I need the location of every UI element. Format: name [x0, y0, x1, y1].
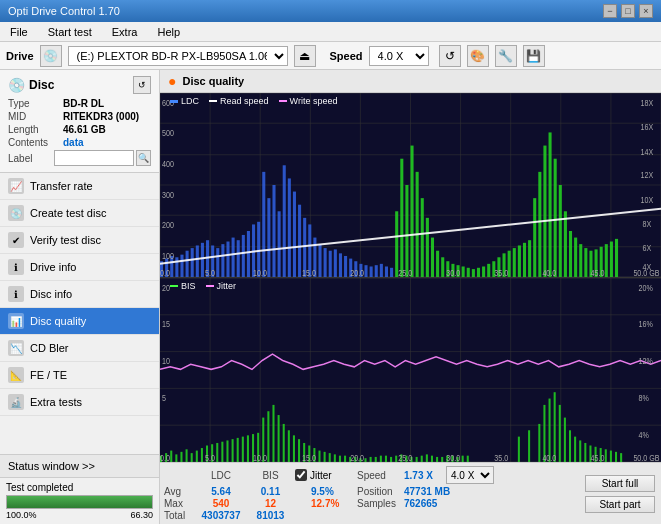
svg-rect-209	[462, 456, 464, 462]
start-full-button[interactable]: Start full	[585, 475, 655, 492]
sidebar-item-disc-info[interactable]: ℹ Disc info	[0, 281, 159, 308]
svg-text:12X: 12X	[641, 171, 654, 181]
svg-text:500: 500	[162, 129, 174, 139]
svg-rect-59	[364, 265, 367, 277]
svg-rect-66	[400, 159, 403, 277]
drive-select[interactable]: (E:) PLEXTOR BD-R PX-LB950SA 1.06	[68, 46, 288, 66]
legend-bis: BIS	[170, 281, 196, 291]
svg-rect-174	[283, 424, 285, 462]
disc-contents-value: data	[63, 137, 84, 148]
label-search-button[interactable]: 🔍	[136, 150, 151, 166]
sidebar-label-disc-info: Disc info	[30, 288, 72, 300]
svg-text:15.0: 15.0	[302, 268, 316, 277]
svg-rect-217	[559, 405, 561, 462]
svg-rect-221	[579, 440, 581, 462]
menu-help[interactable]: Help	[151, 24, 186, 40]
svg-rect-222	[584, 443, 586, 462]
svg-rect-152	[170, 451, 172, 462]
svg-rect-24	[186, 251, 189, 277]
svg-rect-94	[543, 146, 546, 277]
main-content: 💿 Disc ↺ Type BD-R DL MID RITEKDR3 (000)…	[0, 70, 661, 524]
svg-rect-184	[334, 454, 336, 462]
disc-contents-label: Contents	[8, 137, 63, 148]
stats-avg-ldc: 5.64	[196, 486, 246, 497]
stats-max-bis: 12	[248, 498, 293, 509]
cd-bler-icon: 📉	[8, 340, 24, 356]
refresh-button[interactable]: ↺	[439, 45, 461, 67]
charts-container: LDC Read speed Write speed	[160, 93, 661, 462]
title-bar: Opti Drive Control 1.70 − □ ×	[0, 0, 661, 22]
nav-items: 📈 Transfer rate 💿 Create test disc ✔ Ver…	[0, 173, 159, 454]
svg-rect-74	[441, 257, 444, 277]
sidebar-item-transfer-rate[interactable]: 📈 Transfer rate	[0, 173, 159, 200]
stats-total-row: Total 4303737 81013	[164, 510, 575, 521]
disc-refresh-button[interactable]: ↺	[133, 76, 151, 94]
svg-rect-60	[370, 266, 373, 277]
chart-ldc: LDC Read speed Write speed	[160, 93, 661, 278]
stats-max-jitter: 12.7%	[295, 498, 355, 509]
stats-header-row: LDC BIS Jitter Speed 1.73 X 4.0 X	[164, 466, 575, 484]
svg-rect-25	[191, 248, 194, 277]
svg-rect-34	[237, 240, 240, 277]
menu-extra[interactable]: Extra	[106, 24, 144, 40]
svg-rect-53	[334, 249, 337, 277]
svg-rect-175	[288, 430, 290, 462]
status-window-button[interactable]: Status window >>	[0, 454, 159, 478]
svg-text:5.0: 5.0	[205, 453, 215, 462]
sidebar-item-fe-te[interactable]: 📐 FE / TE	[0, 362, 159, 389]
svg-rect-97	[559, 185, 562, 277]
svg-rect-31	[221, 244, 224, 277]
svg-rect-92	[533, 198, 536, 277]
stats-avg-row: Avg 5.64 0.11 9.5% Position 47731 MB	[164, 486, 575, 497]
settings-button2[interactable]: 🔧	[495, 45, 517, 67]
disc-quality-header: ● Disc quality	[160, 70, 661, 93]
svg-rect-183	[329, 453, 331, 462]
svg-text:0.0: 0.0	[160, 453, 170, 462]
maximize-button[interactable]: □	[621, 4, 635, 18]
disc-label-input[interactable]	[54, 150, 134, 166]
drive-icon: 💿	[40, 45, 62, 67]
svg-rect-202	[426, 454, 428, 462]
save-button[interactable]: 💾	[523, 45, 545, 67]
disc-quality-icon: 📊	[8, 313, 24, 329]
svg-text:35.0: 35.0	[494, 453, 508, 462]
sidebar-label-transfer-rate: Transfer rate	[30, 180, 93, 192]
svg-rect-30	[216, 248, 219, 277]
chart-bis: BIS Jitter	[160, 278, 661, 462]
svg-rect-98	[564, 211, 567, 277]
svg-rect-33	[232, 238, 235, 277]
sidebar-item-cd-bler[interactable]: 📉 CD Bler	[0, 335, 159, 362]
svg-text:4%: 4%	[639, 430, 649, 440]
speed-select-drive[interactable]: 4.0 X	[369, 46, 429, 66]
sidebar-item-verify-test-disc[interactable]: ✔ Verify test disc	[0, 227, 159, 254]
ldc-legend-label: LDC	[181, 96, 199, 106]
svg-rect-83	[487, 264, 490, 277]
svg-rect-46	[298, 205, 301, 277]
svg-rect-22	[175, 257, 178, 277]
stats-speed-select[interactable]: 4.0 X	[446, 466, 494, 484]
settings-button1[interactable]: 🎨	[467, 45, 489, 67]
start-part-button[interactable]: Start part	[585, 496, 655, 513]
sidebar-item-extra-tests[interactable]: 🔬 Extra tests	[0, 389, 159, 416]
sidebar-item-drive-info[interactable]: ℹ Drive info	[0, 254, 159, 281]
svg-rect-36	[247, 231, 250, 277]
svg-text:5.0: 5.0	[205, 268, 215, 277]
eject-button[interactable]: ⏏	[294, 45, 316, 67]
svg-text:100: 100	[162, 251, 174, 261]
menu-start-test[interactable]: Start test	[42, 24, 98, 40]
svg-text:8%: 8%	[639, 393, 649, 403]
progress-area: Test completed 100.0% 66.30	[0, 478, 159, 524]
minimize-button[interactable]: −	[603, 4, 617, 18]
sidebar-label-extra-tests: Extra tests	[30, 396, 82, 408]
close-button[interactable]: ×	[639, 4, 653, 18]
speed-label: Speed	[330, 50, 363, 62]
legend-jitter: Jitter	[206, 281, 237, 291]
sidebar-item-disc-quality[interactable]: 📊 Disc quality	[0, 308, 159, 335]
progress-bar-outer	[6, 495, 153, 509]
svg-rect-201	[421, 456, 423, 462]
jitter-checkbox[interactable]	[295, 469, 307, 481]
svg-text:0.0: 0.0	[160, 268, 170, 277]
menu-file[interactable]: File	[4, 24, 34, 40]
disc-type-label: Type	[8, 98, 63, 109]
sidebar-item-create-test-disc[interactable]: 💿 Create test disc	[0, 200, 159, 227]
